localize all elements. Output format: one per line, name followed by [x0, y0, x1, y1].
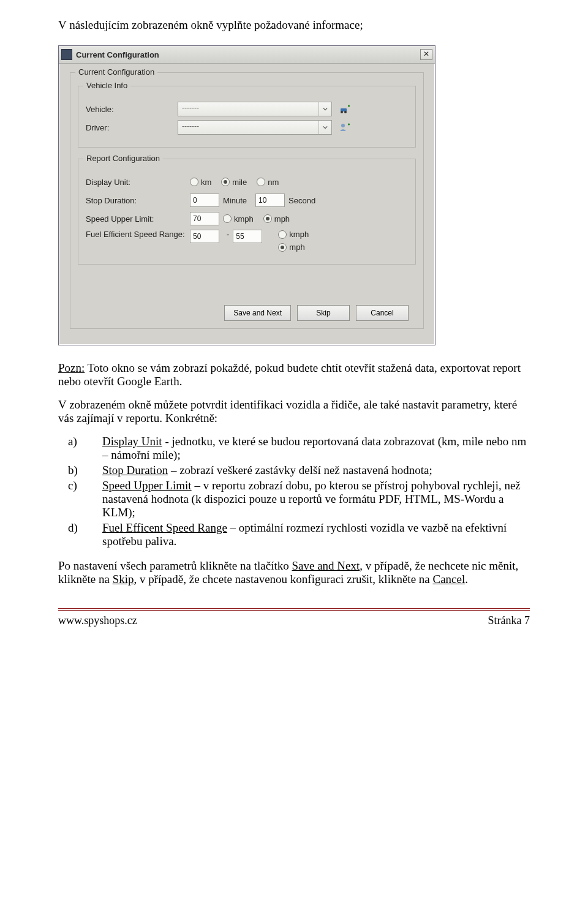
list-term: Speed Upper Limit [102, 479, 192, 492]
vehicle-select[interactable]: ------- [178, 102, 332, 116]
list-marker: a) [85, 435, 102, 448]
footer-right: Stránka 7 [488, 614, 530, 627]
list-desc: - jednotku, ve které se budou reportovan… [102, 435, 526, 461]
skip-button[interactable]: Skip [297, 305, 350, 321]
speed-limit-input[interactable]: 70 [190, 212, 219, 225]
fuel-mph-label: mph [289, 243, 304, 252]
vehicle-value: ------- [178, 102, 318, 116]
fuel-mph-radio[interactable]: mph [278, 243, 309, 252]
driver-label: Driver: [86, 123, 178, 132]
window-title: Current Configuration [76, 50, 420, 59]
list-item: a)Display Unit - jednotku, ve které se b… [85, 435, 530, 462]
save-next-button[interactable]: Save and Next [224, 305, 291, 321]
list-item: c)Speed Upper Limit – v reportu zobrazí … [85, 479, 530, 519]
stop-second-input[interactable]: 10 [255, 194, 285, 207]
driver-value: ------- [178, 121, 318, 134]
report-group-title: Report Configuration [83, 154, 163, 163]
note-text: Toto okno se vám zobrazí pokaždé, pokud … [58, 361, 521, 388]
unit-km-label: km [201, 178, 211, 187]
close-icon[interactable]: ✕ [420, 49, 432, 60]
driver-select[interactable]: ------- [178, 120, 332, 135]
speed-kmph-label: kmph [234, 214, 254, 224]
p3-u2: Skip [113, 573, 134, 586]
list-marker: c) [85, 479, 102, 492]
list-term: Display Unit [102, 435, 162, 448]
page-footer: www.spyshops.cz Stránka 7 [58, 608, 530, 627]
list-term: Stop Duration [102, 464, 168, 476]
svg-point-2 [344, 111, 347, 113]
paragraph-3: Po nastavení všech parametrů klikněte na… [58, 559, 530, 586]
list-desc: – zobrazí veškeré zastávky delší než nas… [168, 464, 432, 476]
intro-text: V následujícím zobrazeném okně vyplňte p… [58, 18, 530, 32]
unit-mile-label: mile [232, 178, 247, 187]
speed-mph-radio[interactable]: mph [263, 214, 290, 224]
unit-mile-radio[interactable]: mile [221, 178, 247, 187]
speed-limit-label: Speed Upper Limit: [86, 214, 190, 224]
cancel-button[interactable]: Cancel [356, 305, 409, 321]
config-dialog: Current Configuration ✕ Current Configur… [58, 45, 435, 345]
chevron-down-icon[interactable] [318, 102, 331, 116]
unit-nm-label: nm [268, 178, 279, 187]
feature-list: a)Display Unit - jednotku, ve které se b… [58, 435, 530, 548]
note-paragraph: Pozn: Toto okno se vám zobrazí pokaždé, … [58, 361, 530, 388]
note-prefix: Pozn: [58, 361, 85, 374]
list-term: Fuel Efficent Speed Range [102, 521, 227, 534]
speed-kmph-radio[interactable]: kmph [223, 214, 254, 224]
chevron-down-icon[interactable] [318, 121, 331, 134]
list-marker: b) [85, 464, 102, 477]
second-label: Second [288, 196, 315, 205]
fuel-high-input[interactable]: 55 [233, 230, 262, 243]
report-config-group: Report Configuration Display Unit: km mi… [78, 159, 416, 265]
p3-t1: Po nastavení všech parametrů klikněte na… [58, 559, 292, 572]
fuel-kmph-radio[interactable]: kmph [278, 230, 309, 239]
unit-km-radio[interactable]: km [190, 178, 211, 187]
list-marker: d) [85, 521, 102, 535]
vehicle-info-group: Vehicle Info Vehicle: ------- [78, 86, 416, 148]
p3-t4: . [465, 573, 468, 586]
list-item: b)Stop Duration – zobrazí veškeré zastáv… [85, 464, 530, 477]
stop-minute-input[interactable]: 0 [190, 194, 219, 207]
unit-nm-radio[interactable]: nm [257, 178, 279, 187]
dash-label: - [227, 230, 229, 239]
display-unit-label: Display Unit: [86, 178, 190, 187]
outer-group: Current Configuration Vehicle Info Vehic… [70, 72, 424, 329]
outer-group-title: Current Configuration [75, 67, 157, 77]
add-vehicle-button[interactable] [338, 102, 352, 116]
p3-u3: Cancel [433, 573, 466, 586]
vehicle-group-title: Vehicle Info [83, 81, 130, 90]
fuel-low-input[interactable]: 50 [190, 230, 219, 243]
minute-label: Minute [223, 196, 247, 205]
svg-point-3 [341, 124, 345, 127]
svg-point-1 [341, 111, 343, 113]
p3-t3: , v případě, že chcete nastavenou konfig… [134, 573, 433, 586]
speed-mph-label: mph [274, 214, 290, 224]
fuel-range-label: Fuel Efficient Speed Range: [86, 230, 190, 239]
p3-u1: Save and Next [292, 559, 360, 572]
fuel-kmph-label: kmph [289, 230, 309, 239]
vehicle-label: Vehicle: [86, 105, 178, 114]
footer-left: www.spyshops.cz [58, 614, 137, 627]
app-icon [61, 49, 72, 60]
paragraph-2: V zobrazeném okně můžete potvrdit identi… [58, 398, 530, 425]
list-item: d)Fuel Efficent Speed Range – optimální … [85, 521, 530, 548]
titlebar: Current Configuration ✕ [59, 46, 435, 64]
add-driver-button[interactable] [338, 121, 352, 134]
stop-duration-label: Stop Duration: [86, 196, 190, 205]
